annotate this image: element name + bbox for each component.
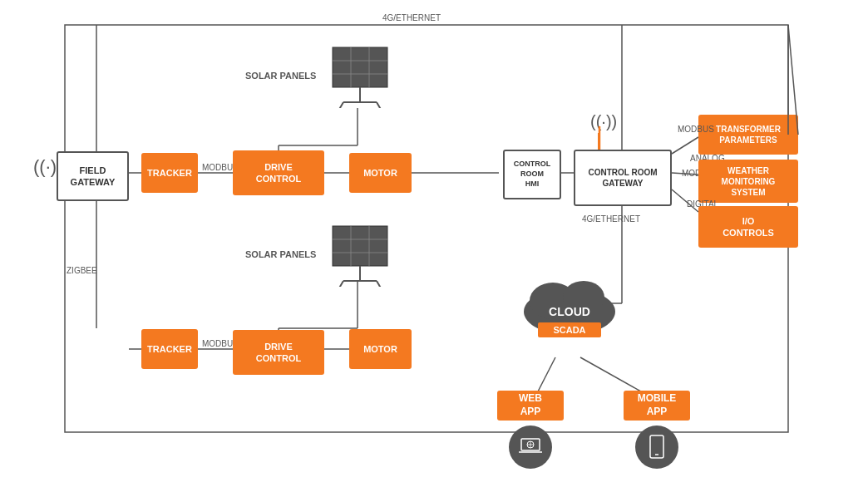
svg-rect-34: [333, 226, 387, 266]
svg-line-41: [338, 281, 343, 287]
scada-badge: SCADA: [538, 322, 600, 337]
svg-text:CLOUD: CLOUD: [549, 305, 590, 318]
mobile-app-icon-circle: [635, 426, 678, 469]
solar-panels2-label: SOLAR PANELS: [245, 249, 316, 259]
ethernet-label2: 4G/ETHERNET: [582, 214, 640, 224]
control-room-hmi-box: CONTROL ROOM HMI: [503, 150, 561, 199]
motor2-box: MOTOR: [349, 329, 412, 369]
web-app-icon-circle: [509, 426, 552, 469]
svg-line-19: [580, 357, 647, 395]
solar-panels1-label: SOLAR PANELS: [245, 71, 316, 81]
transformer-params-box: TRANSFORMER PARAMETERS: [698, 115, 798, 155]
svg-line-42: [377, 281, 382, 287]
field-gateway-box: FIELD GATEWAY: [57, 151, 129, 201]
wifi-icon-crg: ((·)): [590, 112, 617, 131]
mobile-app-container: MOBILE APP: [624, 391, 690, 469]
svg-rect-0: [65, 25, 788, 432]
cloud-container: CLOUD SCADA: [515, 266, 624, 357]
tracker2-box: TRACKER: [141, 329, 198, 369]
zigbee-label: ZIGBEE: [67, 266, 97, 275]
io-controls-box: I/O CONTROLS: [698, 206, 798, 248]
web-app-container: WEB APP: [497, 391, 564, 469]
solar-panel1-icon: [331, 46, 389, 108]
svg-rect-25: [333, 47, 387, 87]
modbus-label3: MODBUS: [678, 125, 714, 134]
solar-panel2-icon: [331, 224, 389, 287]
drive-control1-box: DRIVE CONTROL: [233, 150, 324, 195]
drive-control2-box: DRIVE CONTROL: [233, 330, 324, 375]
ethernet-top-label: 4G/ETHERNET: [382, 13, 441, 22]
svg-line-15: [672, 137, 698, 154]
svg-line-33: [377, 102, 382, 108]
motor1-box: MOTOR: [349, 153, 412, 193]
web-app-box: WEB APP: [497, 391, 564, 421]
svg-line-32: [338, 102, 343, 108]
svg-line-18: [536, 357, 555, 395]
phone-icon: [647, 435, 667, 460]
laptop-icon: [518, 435, 543, 460]
mobile-app-box: MOBILE APP: [624, 391, 690, 421]
control-room-gateway-box: CONTROL ROOM GATEWAY: [574, 150, 672, 206]
tracker1-box: TRACKER: [141, 153, 198, 193]
weather-monitoring-box: WEATHER MONITORING SYSTEM: [698, 160, 798, 203]
